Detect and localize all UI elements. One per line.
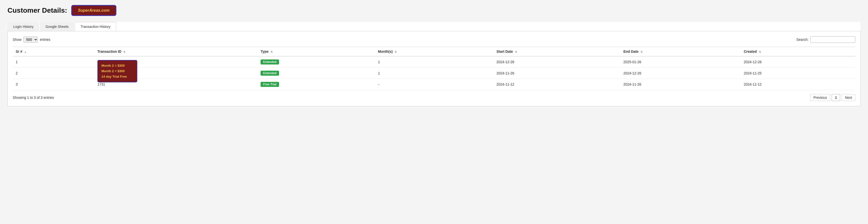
cell-sr: 3 [13, 79, 94, 90]
cell-months: 1 [375, 68, 494, 79]
sort-icon-type: ⇅ [271, 51, 273, 53]
table-header-row: Sr # ▲ Transaction ID ⇅ Type ⇅ Month(s) … [13, 47, 855, 57]
cell-sr: 2 [13, 68, 94, 79]
cell-start-date: 2024-11-12 [494, 79, 620, 90]
sort-icon-sr: ▲ [24, 51, 27, 53]
cell-created: 2024-11-25 [741, 68, 855, 79]
cell-start-date: 2024-11-26 [494, 68, 620, 79]
col-months[interactable]: Month(s) ⇅ [375, 47, 494, 57]
sort-icon-end: ⇅ [641, 51, 643, 53]
previous-button[interactable]: Previous [810, 94, 830, 101]
pagination-controls: Previous 1 Next [810, 94, 855, 101]
sort-icon-tid: ⇅ [123, 51, 125, 53]
table-row: 11735Month 2 = $300Month 2 = $30014 day … [13, 56, 855, 68]
table-row: 21732Extended12024-11-262024-12-262024-1… [13, 68, 855, 79]
cell-transaction-id: 1732 [94, 68, 258, 79]
table-row: 31731Free Trial-2024-11-122024-11-262024… [13, 79, 855, 90]
cell-created: 2024-12-26 [741, 56, 855, 68]
tooltip-box: 1735Month 2 = $300Month 2 = $30014 day T… [97, 60, 105, 64]
show-entries: Show 10 25 50 100 500 entries [13, 37, 50, 42]
cell-sr: 1 [13, 56, 94, 68]
cell-type: Free Trial [258, 79, 375, 90]
col-transaction-id[interactable]: Transaction ID ⇅ [94, 47, 258, 57]
next-button[interactable]: Next [842, 94, 855, 101]
cell-start-date: 2024-12-26 [494, 56, 620, 68]
search-input[interactable] [810, 36, 855, 43]
cell-end-date: 2024-11-26 [620, 79, 741, 90]
cell-type: Extended [258, 56, 375, 68]
cell-months: - [375, 79, 494, 90]
type-badge: Free Trial [260, 82, 279, 87]
type-badge: Extended [260, 71, 279, 76]
col-type[interactable]: Type ⇅ [258, 47, 375, 57]
tab-transaction-history[interactable]: Transaction History [75, 22, 116, 31]
entries-label: entries [40, 38, 50, 41]
page-1-button[interactable]: 1 [832, 94, 840, 101]
search-area: Search: [797, 36, 855, 43]
cell-end-date: 2025-01-26 [620, 56, 741, 68]
col-end-date[interactable]: End Date ⇅ [620, 47, 741, 57]
page-wrapper: Customer Details: SuperAreas.com Login H… [0, 0, 868, 224]
show-label: Show [13, 38, 22, 41]
entries-select[interactable]: 10 25 50 100 500 [24, 37, 38, 42]
col-start-date[interactable]: Start Date ⇅ [494, 47, 620, 57]
col-created[interactable]: Created ⇅ [741, 47, 855, 57]
page-title: Customer Details: [7, 6, 67, 14]
header-row: Customer Details: SuperAreas.com [7, 5, 861, 16]
table-controls: Show 10 25 50 100 500 entries Search: [13, 36, 855, 43]
type-badge: Extended [260, 60, 279, 64]
tab-google-sheets[interactable]: Google Sheets [40, 22, 74, 31]
cell-created: 2024-11-12 [741, 79, 855, 90]
transaction-id-value: 1735 [97, 60, 105, 64]
cell-end-date: 2024-12-26 [620, 68, 741, 79]
col-sr[interactable]: Sr # ▲ [13, 47, 94, 57]
transactions-table: Sr # ▲ Transaction ID ⇅ Type ⇅ Month(s) … [13, 47, 855, 90]
cell-transaction-id: 1731 [94, 79, 258, 90]
brand-button[interactable]: SuperAreas.com [71, 5, 116, 16]
cell-type: Extended [258, 68, 375, 79]
sort-icon-created: ⇅ [759, 51, 761, 53]
search-label: Search: [797, 38, 808, 41]
sort-icon-months: ⇅ [395, 51, 397, 53]
pagination-summary: Showing 1 to 3 of 3 entries [13, 96, 54, 100]
tab-login-history[interactable]: Login History [7, 22, 39, 31]
cell-transaction-id: 1735Month 2 = $300Month 2 = $30014 day T… [94, 56, 258, 68]
pagination-row: Showing 1 to 3 of 3 entries Previous 1 N… [13, 94, 855, 101]
content-area: Show 10 25 50 100 500 entries Search: [7, 31, 861, 106]
tabs-bar: Login History Google Sheets Transaction … [7, 22, 861, 31]
cell-months: 1 [375, 56, 494, 68]
sort-icon-start: ⇅ [515, 51, 517, 53]
